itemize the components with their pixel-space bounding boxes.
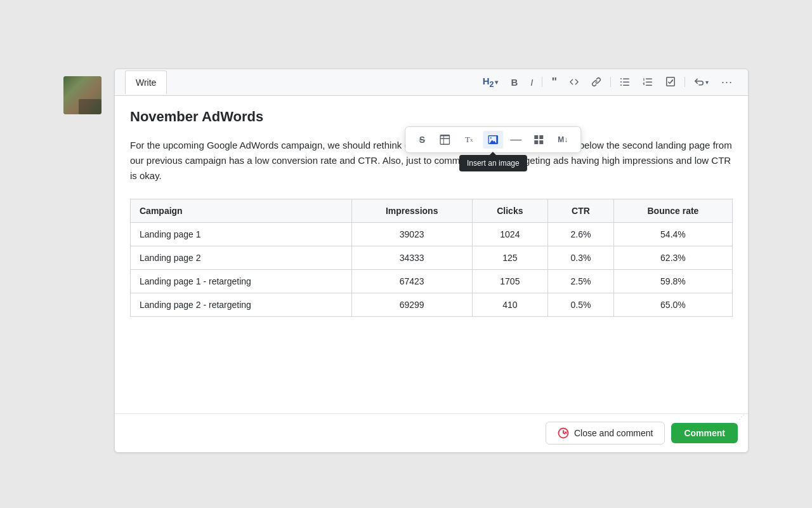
table-row: Landing page 2 - retargeting692994100.5%… bbox=[131, 293, 733, 316]
table-cell-r3-c2: 410 bbox=[472, 293, 548, 316]
undo-button[interactable]: ▾ bbox=[689, 74, 714, 90]
task-button[interactable] bbox=[660, 74, 681, 90]
table-cell-r1-c1: 34333 bbox=[351, 246, 472, 269]
secondary-toolbar: S Tx Insert an image bbox=[405, 126, 581, 153]
table-header-bounce-rate: Bounce rate bbox=[613, 199, 732, 222]
table-cell-r3-c4: 65.0% bbox=[613, 293, 732, 316]
table-cell-r3-c1: 69299 bbox=[351, 293, 472, 316]
table-cell-r0-c1: 39023 bbox=[351, 222, 472, 246]
table-cell-r2-c1: 67423 bbox=[351, 269, 472, 293]
close-comment-icon bbox=[558, 427, 569, 439]
table-header-impressions: Impressions bbox=[351, 199, 472, 222]
insert-image-tooltip: Insert an image bbox=[459, 155, 527, 171]
table-header-campaign: Campaign bbox=[131, 199, 352, 222]
ul-button[interactable] bbox=[615, 74, 635, 90]
italic-button[interactable]: I bbox=[525, 74, 538, 90]
grid-button[interactable] bbox=[528, 131, 549, 149]
ol-icon bbox=[643, 77, 653, 87]
image-icon bbox=[488, 135, 498, 145]
table-cell-r2-c4: 59.8% bbox=[613, 269, 732, 293]
markdown-button[interactable]: M↓ bbox=[551, 131, 574, 149]
comment-button[interactable]: Comment bbox=[671, 423, 738, 443]
close-and-comment-label: Close and comment bbox=[574, 428, 653, 438]
table-insert-button[interactable] bbox=[435, 131, 455, 149]
table-cell-r1-c0: Landing page 2 bbox=[131, 246, 352, 269]
toolbar-divider-1 bbox=[542, 77, 542, 87]
toolbar-divider-2 bbox=[610, 77, 611, 87]
bold-button[interactable]: B bbox=[506, 74, 523, 90]
code-icon bbox=[570, 77, 579, 86]
image-button[interactable] bbox=[483, 131, 503, 149]
table-cell-r1-c4: 62.3% bbox=[613, 246, 732, 269]
undo-chevron-icon: ▾ bbox=[705, 79, 709, 86]
table-header-clicks: Clicks bbox=[472, 199, 548, 222]
ul-icon bbox=[620, 77, 630, 87]
grid-icon bbox=[534, 135, 544, 145]
table-cell-r2-c2: 1705 bbox=[472, 269, 548, 293]
heading-label: H2 bbox=[483, 76, 494, 89]
image-button-wrapper: Insert an image bbox=[483, 131, 503, 149]
table-cell-r3-c3: 0.5% bbox=[548, 293, 614, 316]
task-icon bbox=[665, 77, 676, 87]
link-button[interactable] bbox=[586, 74, 606, 90]
toolbar: H2 ▾ B I " bbox=[478, 69, 738, 95]
clear-format-button[interactable]: Tx bbox=[457, 131, 480, 149]
strikethrough-button[interactable]: S bbox=[412, 131, 432, 149]
table-cell-r2-c0: Landing page 1 - retargeting bbox=[131, 269, 352, 293]
table-cell-r3-c0: Landing page 2 - retargeting bbox=[131, 293, 352, 316]
document-title: November AdWords bbox=[130, 109, 733, 125]
more-button[interactable]: ··· bbox=[716, 73, 738, 91]
table-cell-r0-c0: Landing page 1 bbox=[131, 222, 352, 246]
toolbar-divider-3 bbox=[684, 77, 685, 87]
table-cell-r0-c2: 1024 bbox=[472, 222, 548, 246]
table-cell-r0-c4: 54.4% bbox=[613, 222, 732, 246]
table-row: Landing page 2343331250.3%62.3% bbox=[131, 246, 733, 269]
hr-button[interactable]: — bbox=[506, 131, 526, 149]
table-cell-r2-c3: 2.5% bbox=[548, 269, 614, 293]
tabs-bar: Write H2 ▾ B I " bbox=[115, 69, 748, 96]
undo-icon bbox=[694, 77, 704, 87]
editor-footer: Close and comment Comment bbox=[115, 413, 748, 452]
link-icon bbox=[591, 77, 601, 87]
table-cell-r1-c2: 125 bbox=[472, 246, 548, 269]
close-and-comment-button[interactable]: Close and comment bbox=[546, 422, 665, 444]
editor-panel: Write H2 ▾ B I " bbox=[114, 69, 749, 453]
clock-x-icon bbox=[558, 427, 569, 439]
table-row: Landing page 1 - retargeting6742317052.5… bbox=[131, 269, 733, 293]
ol-button[interactable] bbox=[638, 74, 658, 90]
table-icon bbox=[440, 135, 450, 145]
avatar bbox=[63, 76, 102, 114]
campaign-table: Campaign Impressions Clicks CTR Bounce r… bbox=[130, 199, 733, 317]
resize-handle[interactable]: ⋰ bbox=[738, 413, 746, 421]
table-header-ctr: CTR bbox=[548, 199, 614, 222]
heading-chevron-icon: ▾ bbox=[495, 79, 498, 86]
quote-button[interactable]: " bbox=[546, 73, 562, 91]
table-cell-r0-c3: 2.6% bbox=[548, 222, 614, 246]
table-cell-r1-c3: 0.3% bbox=[548, 246, 614, 269]
table-row: Landing page 13902310242.6%54.4% bbox=[131, 222, 733, 246]
code-button[interactable] bbox=[565, 75, 584, 89]
heading-button[interactable]: H2 ▾ bbox=[478, 73, 504, 91]
tab-write[interactable]: Write bbox=[125, 70, 167, 94]
